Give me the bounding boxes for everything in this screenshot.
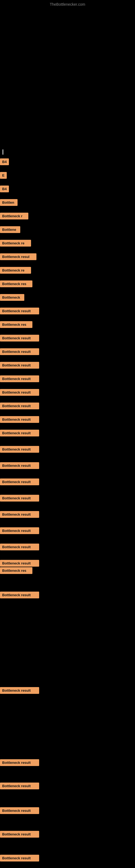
bottleneck-row-16: Bottleneck result: [0, 361, 39, 370]
bottleneck-tag-22: Bottleneck result: [0, 446, 39, 453]
bottleneck-row-24: Bottleneck result: [0, 477, 39, 486]
bottleneck-tag-18: Bottleneck result: [0, 389, 39, 396]
bottleneck-row-33: Bottleneck result: [0, 758, 39, 767]
bottleneck-tag-26: Bottleneck result: [0, 511, 39, 518]
bottleneck-row-7: Bottleneck re: [0, 239, 31, 248]
bottleneck-row-8: Bottleneck resul: [0, 252, 37, 261]
bottleneck-row-26: Bottleneck result: [0, 510, 39, 519]
bottleneck-row-36: Bottleneck result: [0, 830, 39, 839]
bottleneck-row-25: Bottleneck result: [0, 494, 39, 503]
bottleneck-row-35: Bottleneck result: [0, 806, 39, 815]
bottleneck-tag-28: Bottleneck result: [0, 544, 39, 550]
bottleneck-tag-12: Bottleneck result: [0, 308, 39, 314]
bottleneck-tag-15: Bottleneck result: [0, 348, 39, 355]
bottleneck-row-10: Bottleneck res: [0, 279, 32, 288]
bottleneck-tag-37: Bottleneck result: [0, 855, 39, 862]
bottleneck-row-22: Bottleneck result: [0, 445, 39, 454]
bottleneck-row-2: E: [0, 171, 7, 180]
bottleneck-tag-6: Bottlene: [0, 226, 20, 233]
bottleneck-row-27: Bottleneck result: [0, 526, 39, 535]
bottleneck-tag-31: Bottleneck result: [0, 592, 39, 598]
bottleneck-row-3: B4: [0, 184, 9, 193]
bottleneck-tag-25: Bottleneck result: [0, 495, 39, 501]
bottleneck-row-21: Bottleneck result: [0, 429, 39, 437]
bottleneck-tag-7: Bottleneck re: [0, 240, 31, 247]
bottleneck-row-6: Bottlene: [0, 225, 20, 234]
bottleneck-row-19: Bottleneck result: [0, 401, 39, 410]
bottleneck-tag-21: Bottleneck result: [0, 430, 39, 436]
bottleneck-tag-3: B4: [0, 186, 9, 192]
bottleneck-row-13: Bottleneck res: [0, 320, 32, 329]
bottleneck-tag-16: Bottleneck result: [0, 362, 39, 369]
bottleneck-tag-5: Bottleneck r: [0, 213, 28, 219]
bottleneck-row-18: Bottleneck result: [0, 388, 39, 397]
bottleneck-tag-33: Bottleneck result: [0, 759, 39, 766]
bottleneck-tag-23: Bottleneck result: [0, 462, 39, 469]
bottleneck-tag-17: Bottleneck result: [0, 375, 39, 382]
section-label: |: [2, 149, 4, 155]
bottleneck-row-5: Bottleneck r: [0, 212, 28, 220]
bottleneck-tag-30: Bottleneck res: [0, 567, 32, 574]
bottleneck-row-31: Bottleneck result: [0, 590, 39, 599]
bottleneck-tag-1: B4: [0, 158, 9, 165]
bottleneck-row-32: Bottleneck result: [0, 686, 39, 695]
bottleneck-row-14: Bottleneck result: [0, 334, 39, 343]
bottleneck-tag-13: Bottleneck res: [0, 321, 32, 328]
bottleneck-row-12: Bottleneck result: [0, 307, 39, 315]
bottleneck-tag-27: Bottleneck result: [0, 527, 39, 534]
bottleneck-row-11: Bottleneck: [0, 293, 24, 302]
bottleneck-row-30: Bottleneck res: [0, 566, 32, 575]
bottleneck-row-1: B4: [0, 157, 9, 166]
bottleneck-tag-8: Bottleneck resul: [0, 253, 37, 260]
bottleneck-tag-29: Bottleneck result: [0, 560, 39, 567]
bottleneck-row-4: Bottlen: [0, 198, 17, 207]
bottleneck-tag-4: Bottlen: [0, 199, 17, 206]
bottleneck-tag-24: Bottleneck result: [0, 478, 39, 485]
bottleneck-row-15: Bottleneck result: [0, 347, 39, 356]
bottleneck-row-17: Bottleneck result: [0, 374, 39, 383]
bottleneck-tag-10: Bottleneck res: [0, 280, 32, 287]
bottleneck-row-34: Bottleneck result: [0, 781, 39, 790]
bottleneck-tag-36: Bottleneck result: [0, 831, 39, 838]
bottleneck-tag-32: Bottleneck result: [0, 687, 39, 694]
bottleneck-tag-34: Bottleneck result: [0, 782, 39, 789]
bottleneck-tag-9: Bottleneck re: [0, 267, 31, 274]
bottleneck-tag-20: Bottleneck result: [0, 416, 39, 423]
bottleneck-row-28: Bottleneck result: [0, 542, 39, 552]
bottleneck-row-20: Bottleneck result: [0, 415, 39, 424]
site-title: TheBottlenecker.com: [50, 2, 85, 6]
bottleneck-tag-14: Bottleneck result: [0, 335, 39, 341]
bottleneck-tag-35: Bottleneck result: [0, 807, 39, 814]
bottleneck-tag-19: Bottleneck result: [0, 403, 39, 409]
bottleneck-row-37: Bottleneck result: [0, 854, 39, 863]
bottleneck-tag-11: Bottleneck: [0, 294, 24, 301]
bottleneck-row-9: Bottleneck re: [0, 266, 31, 275]
bottleneck-row-23: Bottleneck result: [0, 461, 39, 470]
bottleneck-tag-2: E: [0, 172, 7, 179]
